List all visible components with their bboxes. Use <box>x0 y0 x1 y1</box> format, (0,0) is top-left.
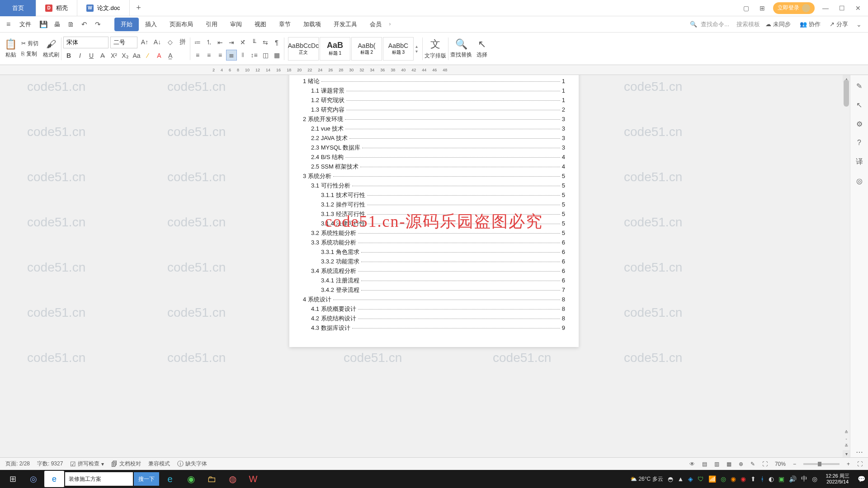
login-button[interactable]: 立即登录 <box>773 2 815 14</box>
app1-icon[interactable]: ◍ <box>222 471 242 487</box>
explorer-icon[interactable]: 🗀 <box>202 471 222 487</box>
file-menu[interactable]: 文件 <box>15 20 36 28</box>
ribbon-tab-chapter[interactable]: 章节 <box>273 18 297 31</box>
ime-icon[interactable]: 中 <box>801 475 807 483</box>
pen-icon[interactable]: ✎ <box>854 80 865 91</box>
settings-slider-icon[interactable]: ⚙ <box>854 118 865 129</box>
fit-width-icon[interactable]: ⛶ <box>762 461 768 467</box>
ribbon-tab-devtools[interactable]: 开发工具 <box>327 18 363 31</box>
toc-entry[interactable]: 3.2 系统性能分析5 <box>303 229 565 239</box>
taskbar-search-input[interactable]: 装修施工方案 <box>65 472 133 486</box>
toc-entry[interactable]: 3.3 系统功能分析6 <box>303 239 565 248</box>
more-icon[interactable]: ⋯ <box>854 446 865 457</box>
wps-icon[interactable]: W <box>243 471 263 487</box>
toc-entry[interactable]: 2.2 JAVA 技术3 <box>303 134 565 144</box>
increase-font-icon[interactable]: A↑ <box>139 37 150 47</box>
style-scroll-up-icon[interactable]: ▴ <box>415 44 418 49</box>
eye-icon[interactable]: 👁 <box>689 461 695 467</box>
strikethrough-button[interactable]: A̶ <box>97 50 108 61</box>
toc-entry[interactable]: 3.4 系统流程分析6 <box>303 267 565 277</box>
toc-entry[interactable]: 3.4.2 登录流程7 <box>303 286 565 296</box>
minimize-button[interactable]: — <box>820 3 831 14</box>
apps-icon[interactable]: ⊞ <box>757 3 768 14</box>
tab-document[interactable]: W论文.doc <box>77 0 130 16</box>
proofread-button[interactable]: 🗐文档校对 <box>111 460 141 468</box>
tray-ico-3[interactable]: ◈ <box>688 475 693 483</box>
bullets-button[interactable]: ≔ <box>192 37 203 48</box>
cortana-icon[interactable]: ◎ <box>24 471 43 487</box>
ribbon-tab-start[interactable]: 开始 <box>114 18 139 31</box>
ribbon-tab-view[interactable]: 视图 <box>248 18 273 31</box>
cut-button[interactable]: ✂剪切 <box>19 39 40 48</box>
tab-home[interactable]: 首页 <box>0 0 36 16</box>
ribbon-tab-addins[interactable]: 加载项 <box>297 18 327 31</box>
style-heading2[interactable]: AaBb(标题 2 <box>351 37 382 61</box>
align-left-button[interactable]: ≡ <box>192 50 203 61</box>
save-icon[interactable]: 💾 <box>38 19 49 30</box>
bluetooth-icon[interactable]: ᚼ <box>760 475 764 483</box>
help-icon[interactable]: ? <box>854 137 865 148</box>
decrease-indent-button[interactable]: ⇤ <box>215 37 226 48</box>
bold-button[interactable]: B <box>63 50 74 61</box>
tray-ico-1[interactable]: ◓ <box>668 475 673 483</box>
toc-entry[interactable]: 3.1.4 法律可行性5 <box>303 220 565 229</box>
toc-entry[interactable]: 2.3 MYSQL 数据库3 <box>303 144 565 153</box>
tray-ico-10[interactable]: ◐ <box>769 475 774 483</box>
ribbon-tab-review[interactable]: 审阅 <box>224 18 248 31</box>
char-border-button[interactable]: A̲ <box>165 50 176 61</box>
tray-ico-8[interactable]: ◉ <box>741 475 746 483</box>
ruler[interactable]: 2468101214161820222426283032343638404244… <box>0 65 868 75</box>
ie-search-icon[interactable]: e <box>44 471 64 487</box>
weather-widget[interactable]: ⛅ 26°C 多云 <box>630 475 663 483</box>
page-indicator[interactable]: 页面: 2/28 <box>5 460 30 468</box>
redo-icon[interactable]: ↷ <box>92 19 104 30</box>
toc-entry[interactable]: 3.4.1 注册流程6 <box>303 277 565 286</box>
highlight-button[interactable]: ∕ <box>142 50 153 61</box>
ribbon-tab-references[interactable]: 引用 <box>199 18 224 31</box>
ie-icon[interactable]: e <box>160 471 180 487</box>
tab-button[interactable]: ⇆ <box>260 37 271 48</box>
toc-entry[interactable]: 1.2 研究现状1 <box>303 96 565 106</box>
toc-entry[interactable]: 3.3.1 角色需求6 <box>303 248 565 258</box>
tray-ico-5[interactable]: 📶 <box>708 475 716 483</box>
toc-entry[interactable]: 3.1.1 技术可行性5 <box>303 191 565 201</box>
toc-entry[interactable]: 2.1 vue 技术3 <box>303 125 565 134</box>
clock[interactable]: 12:26 周三 2022/9/14 <box>822 473 853 485</box>
toc-entry[interactable]: 4.2 系统结构设计8 <box>303 314 565 324</box>
missing-font-button[interactable]: ⓘ缺失字体 <box>177 460 207 468</box>
layout1-icon[interactable]: ▢ <box>741 3 751 14</box>
sort-button[interactable]: ✕̄ <box>237 37 248 48</box>
borders-button[interactable]: ▦ <box>271 50 282 61</box>
decrease-font-icon[interactable]: A↓ <box>152 37 163 47</box>
paste-button[interactable]: 📋粘贴 <box>5 38 17 59</box>
toc-entry[interactable]: 3.1.3 经济可行性5 <box>303 210 565 220</box>
spellcheck-button[interactable]: ☑拼写检查▾ <box>70 460 104 468</box>
copy-button[interactable]: ⎘复制 <box>19 49 40 59</box>
vertical-scrollbar[interactable]: ▴ ≙ ◦ ≚ ▾ <box>843 75 850 457</box>
tab-add[interactable]: + <box>130 0 148 16</box>
toc-entry[interactable]: 4 系统设计8 <box>303 296 565 305</box>
select-tool-icon[interactable]: ↖ <box>854 99 865 110</box>
toc-entry[interactable]: 1.1 课题背景1 <box>303 87 565 96</box>
style-normal[interactable]: AaBbCcDc正文 <box>288 37 319 61</box>
toc-entry[interactable]: 1.3 研究内容2 <box>303 106 565 115</box>
fullscreen-icon[interactable]: ⛶ <box>857 461 863 467</box>
tray-ico-2[interactable]: ▲ <box>678 475 684 483</box>
document-page[interactable]: 1 绪论11.1 课题背景11.2 研究现状11.3 研究内容22 系统开发环境… <box>289 75 579 347</box>
collaborate-button[interactable]: 👥协作 <box>796 20 824 28</box>
zoom-out-button[interactable]: − <box>793 461 796 467</box>
zoom-in-button[interactable]: + <box>847 461 850 467</box>
toc-entry[interactable]: 3.1 可行性分析5 <box>303 182 565 191</box>
text-layout-button[interactable]: 文文字排版 <box>425 38 446 60</box>
toc-entry[interactable]: 3.1.2 操作可行性5 <box>303 201 565 210</box>
style-scroll-down-icon[interactable]: ▾ <box>415 49 418 54</box>
preview-icon[interactable]: 🗎 <box>65 19 76 30</box>
translate-icon[interactable]: 译 <box>854 156 865 167</box>
print-icon[interactable]: 🖶 <box>51 19 63 30</box>
font-size-select[interactable]: 二号 <box>110 37 137 48</box>
view-page-icon[interactable]: ▤ <box>702 461 707 467</box>
menu-icon[interactable]: ≡ <box>4 20 13 28</box>
phonetic-icon[interactable]: 拼 <box>177 37 188 47</box>
share-button[interactable]: ↗分享 <box>826 20 852 28</box>
tray-ico-11[interactable]: ▣ <box>778 475 784 483</box>
